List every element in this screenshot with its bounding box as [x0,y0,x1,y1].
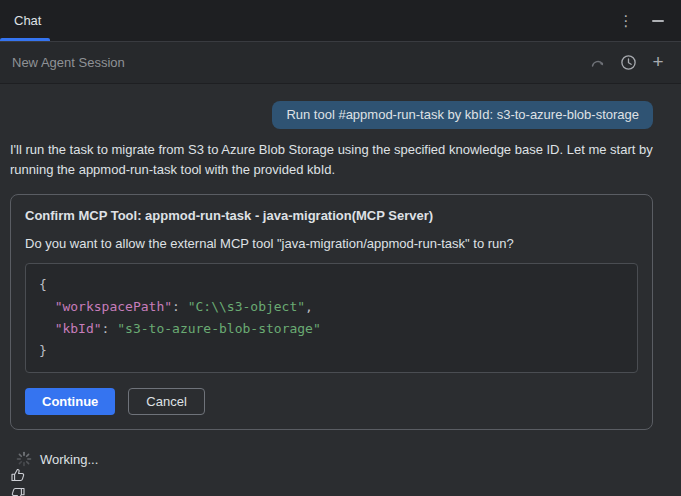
new-session-button[interactable]: + [647,52,669,74]
chat-tool-window: Chat ⋮ New Agent Session [0,0,681,496]
assistant-message: I'll run the task to migrate from S3 to … [10,140,671,180]
session-title: New Agent Session [12,55,125,70]
thumbs-down-icon [10,486,26,496]
thumbs-up-icon [10,467,26,483]
user-message-bubble: Run tool #appmod-run-task by kbId: s3-to… [272,101,653,129]
status-row: Working... [10,451,671,467]
json-colon: : [172,299,188,314]
mcp-confirm-title: Confirm MCP Tool: appmod-run-task - java… [25,208,638,223]
curved-arrow-icon [590,55,606,71]
chat-content: Run tool #appmod-run-task by kbId: s3-to… [0,84,681,496]
kebab-menu-icon: ⋮ [619,12,634,30]
history-button[interactable] [617,52,639,74]
options-menu-button[interactable]: ⋮ [615,10,637,32]
json-value: "C:\\s3-object" [188,299,305,314]
minimize-icon [652,20,664,22]
json-close-brace: } [39,343,47,358]
json-colon: : [102,321,118,336]
cancel-button[interactable]: Cancel [128,388,204,415]
tab-chat[interactable]: Chat [0,0,55,41]
session-toolbar: New Agent Session + [0,42,681,84]
json-value: "s3-to-azure-blob-storage" [117,321,321,336]
status-text: Working... [40,452,98,467]
plus-icon: + [652,52,663,71]
thumbs-down-button[interactable] [10,486,671,496]
json-open-brace: { [39,277,47,292]
tab-chat-label: Chat [14,13,41,28]
feedback-row [10,467,671,496]
active-tab-underline [0,38,50,41]
json-comma: , [305,299,313,314]
spinner-icon [16,451,32,467]
confirm-buttons-row: Continue Cancel [25,388,638,415]
restore-session-button[interactable] [587,52,609,74]
json-line-workspacepath: "workspacePath": "C:\\s3-object", [39,299,313,314]
json-key: "workspacePath" [55,299,172,314]
minimize-button[interactable] [647,10,669,32]
tool-arguments-code-block: { "workspacePath": "C:\\s3-object", "kbI… [25,263,638,373]
tool-window-tab-bar: Chat ⋮ [0,0,681,42]
mcp-confirm-card: Confirm MCP Tool: appmod-run-task - java… [10,194,653,430]
session-toolbar-actions: + [587,52,669,74]
json-line-kbid: "kbId": "s3-to-azure-blob-storage" [39,321,321,336]
tab-bar-actions: ⋮ [615,10,681,32]
json-key: "kbId" [55,321,102,336]
continue-button[interactable]: Continue [25,388,115,415]
mcp-confirm-question: Do you want to allow the external MCP to… [25,236,638,251]
thumbs-up-button[interactable] [10,467,671,486]
history-clock-icon [620,54,637,71]
user-message-row: Run tool #appmod-run-task by kbId: s3-to… [10,101,671,129]
